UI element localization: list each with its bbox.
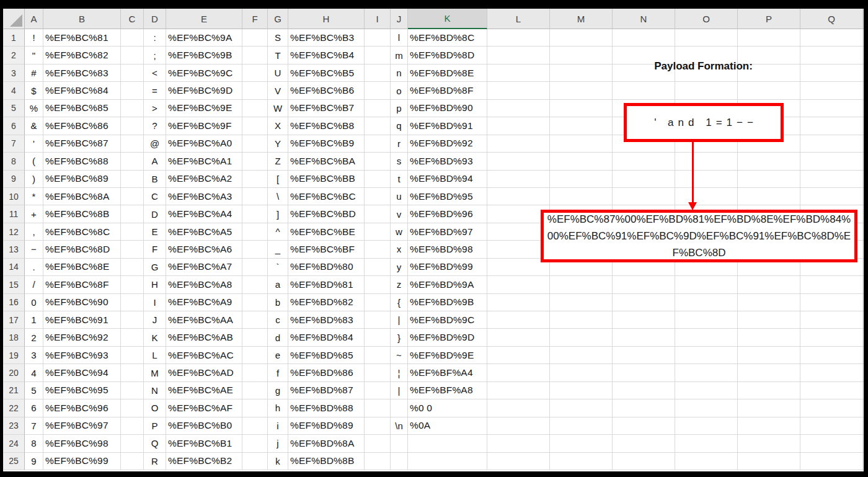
- cell-P24[interactable]: [738, 435, 800, 452]
- cell-D22[interactable]: O: [144, 399, 166, 417]
- cell-B8[interactable]: %EF%BC%88: [43, 153, 121, 170]
- cell-L6[interactable]: [487, 117, 550, 135]
- cell-O1[interactable]: [675, 29, 738, 47]
- cell-E9[interactable]: %EF%BC%A2: [166, 171, 242, 188]
- cell-B23[interactable]: %EF%BC%97: [43, 417, 121, 435]
- cell-I6[interactable]: [365, 117, 391, 135]
- cell-H11[interactable]: %EF%BC%BD: [288, 205, 365, 223]
- cell-O16[interactable]: [675, 294, 738, 311]
- cell-Q17[interactable]: [800, 311, 863, 329]
- cell-L17[interactable]: [487, 311, 550, 329]
- cell-H6[interactable]: %EF%BC%B8: [288, 117, 365, 135]
- cell-M9[interactable]: [550, 171, 613, 188]
- cell-Q24[interactable]: [800, 435, 863, 452]
- cell-N19[interactable]: [613, 347, 675, 364]
- row-header-14[interactable]: 14: [3, 259, 25, 276]
- cell-P21[interactable]: [738, 382, 800, 399]
- cell-M25[interactable]: [550, 453, 613, 470]
- cell-C19[interactable]: [121, 347, 144, 364]
- cell-I22[interactable]: [365, 399, 391, 417]
- cell-J12[interactable]: w: [391, 223, 408, 241]
- cell-N15[interactable]: [613, 276, 675, 293]
- cell-M7[interactable]: [550, 135, 613, 153]
- cell-N22[interactable]: [613, 399, 675, 417]
- cell-L3[interactable]: [487, 65, 550, 82]
- cell-P19[interactable]: [738, 347, 800, 364]
- cell-D23[interactable]: P: [144, 417, 166, 435]
- cell-M15[interactable]: [550, 276, 613, 293]
- cell-H9[interactable]: %EF%BC%BB: [288, 171, 365, 188]
- column-header-H[interactable]: H: [288, 9, 365, 29]
- cell-A15[interactable]: /: [25, 276, 43, 293]
- cell-H8[interactable]: %EF%BC%BA: [288, 153, 365, 170]
- cell-K1[interactable]: %EF%BD%8C: [408, 29, 487, 47]
- cell-O18[interactable]: [675, 329, 738, 346]
- cell-K9[interactable]: %EF%BD%94: [408, 171, 487, 188]
- cell-K21[interactable]: %EF%BF%A8: [408, 382, 487, 399]
- cell-A3[interactable]: #: [25, 65, 43, 82]
- cell-D17[interactable]: J: [144, 311, 166, 329]
- cell-K15[interactable]: %EF%BD%9A: [408, 276, 487, 293]
- cell-F12[interactable]: [242, 223, 268, 241]
- cell-G1[interactable]: S: [268, 29, 288, 47]
- cell-F21[interactable]: [242, 382, 268, 399]
- cell-L19[interactable]: [487, 347, 550, 364]
- cell-C14[interactable]: [121, 259, 144, 276]
- row-header-22[interactable]: 22: [3, 399, 25, 417]
- cell-J6[interactable]: q: [391, 117, 408, 135]
- cell-A14[interactable]: .: [25, 259, 43, 276]
- cell-O24[interactable]: [675, 435, 738, 452]
- cell-M10[interactable]: [550, 188, 613, 205]
- cell-O4[interactable]: [675, 82, 738, 99]
- cell-G3[interactable]: U: [268, 65, 288, 82]
- cell-A18[interactable]: 2: [25, 329, 43, 346]
- cell-B4[interactable]: %EF%BC%84: [43, 82, 121, 99]
- cell-G18[interactable]: d: [268, 329, 288, 346]
- cell-K25[interactable]: [408, 453, 487, 470]
- row-header-5[interactable]: 5: [3, 100, 25, 117]
- cell-P9[interactable]: [738, 171, 800, 188]
- cell-I18[interactable]: [365, 329, 391, 346]
- cell-E21[interactable]: %EF%BC%AE: [166, 382, 242, 399]
- cell-L9[interactable]: [487, 171, 550, 188]
- cell-G19[interactable]: e: [268, 347, 288, 364]
- cell-J16[interactable]: {: [391, 294, 408, 311]
- cell-H21[interactable]: %EF%BD%87: [288, 382, 365, 399]
- cell-G12[interactable]: ^: [268, 223, 288, 241]
- cell-E15[interactable]: %EF%BC%A8: [166, 276, 242, 293]
- cell-O23[interactable]: [675, 417, 738, 435]
- cell-B21[interactable]: %EF%BC%95: [43, 382, 121, 399]
- cell-B10[interactable]: %EF%BC%8A: [43, 188, 121, 205]
- cell-N20[interactable]: [613, 364, 675, 381]
- cell-B6[interactable]: %EF%BC%86: [43, 117, 121, 135]
- row-header-10[interactable]: 10: [3, 188, 25, 205]
- cell-M16[interactable]: [550, 294, 613, 311]
- cell-N16[interactable]: [613, 294, 675, 311]
- cell-D11[interactable]: D: [144, 205, 166, 223]
- cell-A11[interactable]: +: [25, 205, 43, 223]
- cell-A25[interactable]: 9: [25, 453, 43, 470]
- cell-P18[interactable]: [738, 329, 800, 346]
- cell-I1[interactable]: [365, 29, 391, 47]
- row-header-6[interactable]: 6: [3, 117, 25, 135]
- cell-D4[interactable]: =: [144, 82, 166, 99]
- cell-J13[interactable]: x: [391, 241, 408, 258]
- cell-E16[interactable]: %EF%BC%A9: [166, 294, 242, 311]
- cell-F4[interactable]: [242, 82, 268, 99]
- cell-Q7[interactable]: [800, 135, 863, 153]
- cell-D25[interactable]: R: [144, 453, 166, 470]
- cell-O15[interactable]: [675, 276, 738, 293]
- cell-E19[interactable]: %EF%BC%AC: [166, 347, 242, 364]
- cell-M19[interactable]: [550, 347, 613, 364]
- cell-N8[interactable]: [613, 153, 675, 170]
- cell-I21[interactable]: [365, 382, 391, 399]
- cell-F1[interactable]: [242, 29, 268, 47]
- cell-B19[interactable]: %EF%BC%93: [43, 347, 121, 364]
- cell-H23[interactable]: %EF%BD%89: [288, 417, 365, 435]
- cell-L22[interactable]: [487, 399, 550, 417]
- cell-M18[interactable]: [550, 329, 613, 346]
- column-header-P[interactable]: P: [738, 9, 800, 29]
- cell-E2[interactable]: %EF%BC%9B: [166, 47, 242, 64]
- cell-Q9[interactable]: [800, 171, 863, 188]
- row-header-2[interactable]: 2: [3, 47, 25, 64]
